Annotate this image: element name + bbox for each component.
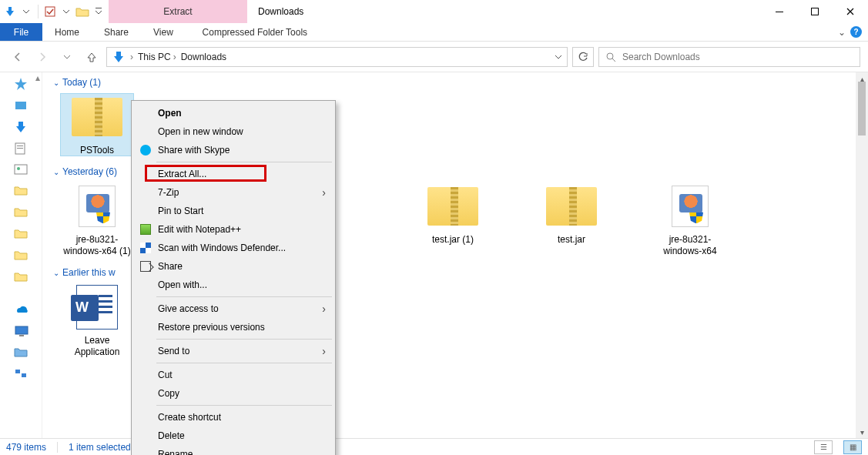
quick-access-star-icon[interactable] [14,77,29,92]
qat-dropdown-icon[interactable] [59,5,73,18]
search-input[interactable] [622,52,853,62]
scroll-down-icon[interactable]: ▾ [856,426,868,438]
menu-item[interactable]: Create shortcut [133,408,333,427]
folder-pin-icon[interactable] [14,228,29,243]
menu-item-label: Extract All... [158,169,206,179]
divider [57,442,58,453]
word-document-icon [76,285,118,330]
menu-item[interactable]: Cut [133,366,333,384]
refresh-button[interactable] [572,47,594,67]
maximize-button[interactable] [797,0,833,23]
selection-count: 1 item selected [69,442,131,453]
menu-item[interactable]: Delete [133,427,333,445]
menu-item[interactable]: Copy [133,384,333,403]
address-bar[interactable]: › This PC› Downloads [106,47,568,67]
divider [38,5,39,18]
menu-item[interactable]: Give access to [133,299,333,318]
scroll-up-icon[interactable]: ▴ [35,72,40,83]
onedrive-icon[interactable] [14,303,29,319]
down-arrow-icon[interactable] [3,5,17,18]
menu-item[interactable]: Open with... [133,276,333,294]
menu-item[interactable]: Edit with Notepad++ [133,220,333,239]
qat-overflow-icon[interactable] [92,5,106,18]
file-tab[interactable]: File [0,23,42,41]
menu-item[interactable]: Extract All... [133,165,333,183]
recent-locations-icon[interactable] [57,47,77,67]
folder-pin-icon[interactable] [14,271,29,286]
svg-rect-8 [17,148,23,149]
tab-label: Home [55,27,79,38]
menu-item-label: Create shortcut [158,412,221,423]
uac-shield-icon [96,209,110,223]
menu-item[interactable]: Open [133,104,333,122]
tab-label: View [153,27,173,38]
menu-item[interactable]: Share with Skype [133,141,333,159]
network-icon[interactable] [14,368,29,383]
search-icon [605,52,616,62]
menu-item-label: Open [158,108,182,119]
file-item[interactable]: jre-8u321-windows-x64 [654,183,726,256]
search-box[interactable] [598,47,860,67]
libraries-folder-icon[interactable] [14,346,29,362]
forward-button[interactable] [32,47,52,67]
tab-share[interactable]: Share [92,23,141,41]
menu-separator [156,296,332,297]
file-item[interactable]: test.jar (1) [417,183,489,256]
desktop-pin-icon[interactable] [14,99,29,114]
zip-folder-icon [427,187,478,226]
tab-view[interactable]: View [141,23,186,41]
minimize-button[interactable] [762,0,797,23]
breadcrumb-root[interactable]: This PC› [138,52,176,62]
details-view-button[interactable]: ☰ [814,440,833,454]
pictures-pin-icon[interactable] [14,163,29,179]
tab-home[interactable]: Home [42,23,92,41]
qat-dropdown-icon[interactable] [19,5,33,18]
scrollbar-thumb[interactable] [858,82,866,135]
zip-folder-icon [546,187,597,226]
file-name: jre-8u321-windows-x64 [654,234,726,256]
large-icons-view-button[interactable]: ▦ [843,440,862,454]
menu-item[interactable]: Send to [133,342,333,360]
menu-item[interactable]: Pin to Start [133,202,333,220]
breadcrumb-separator[interactable]: › [130,52,133,62]
menu-item[interactable]: Scan with Windows Defender... [133,239,333,257]
svg-rect-12 [19,335,24,336]
java-installer-icon [672,186,709,227]
share-icon [139,260,152,273]
file-item[interactable]: test.jar [535,183,608,256]
ribbon-collapse-icon[interactable]: ⌄ [838,27,846,38]
tab-compressed-folder-tools[interactable]: Compressed Folder Tools [186,23,324,41]
folder-icon[interactable] [75,5,89,18]
contextual-tab-header: Extract [109,0,247,23]
folder-pin-icon[interactable] [14,185,29,200]
group-header-today[interactable]: ⌄Today (1) [53,77,857,88]
folder-pin-icon[interactable] [14,206,29,222]
menu-item[interactable]: 7-Zip [133,183,333,202]
breadcrumb-current[interactable]: Downloads [181,52,226,62]
uac-shield-icon [689,209,703,223]
menu-item-label: Open in new window [158,126,243,137]
menu-item[interactable]: Rename [133,445,333,455]
quick-access-toolbar [0,0,109,23]
menu-item[interactable]: Restore previous versions [133,318,333,336]
this-pc-icon[interactable] [14,325,29,340]
vertical-scrollbar[interactable]: ▴ ▾ [856,72,868,438]
properties-check-icon[interactable] [43,5,57,18]
menu-item[interactable]: Open in new window [133,122,333,141]
file-name: test.jar [558,234,585,245]
documents-pin-icon[interactable] [14,142,29,157]
file-item-pstools[interactable]: PSTools [61,94,133,156]
help-icon[interactable]: ? [850,26,862,38]
file-item[interactable]: Leave Application [61,284,133,357]
menu-item-label: 7-Zip [158,187,179,198]
folder-pin-icon[interactable] [14,249,29,265]
navigation-pane[interactable]: ▴ [0,72,42,438]
up-button[interactable] [82,47,102,67]
file-item[interactable]: jre-8u321-windows-x64 (1) [61,183,133,256]
navigation-row: › This PC› Downloads [0,42,868,72]
menu-item[interactable]: Share [133,257,333,276]
address-dropdown-icon[interactable] [555,53,562,61]
close-button[interactable] [833,0,868,23]
downloads-pin-icon[interactable] [14,120,29,135]
back-button[interactable] [8,47,28,67]
